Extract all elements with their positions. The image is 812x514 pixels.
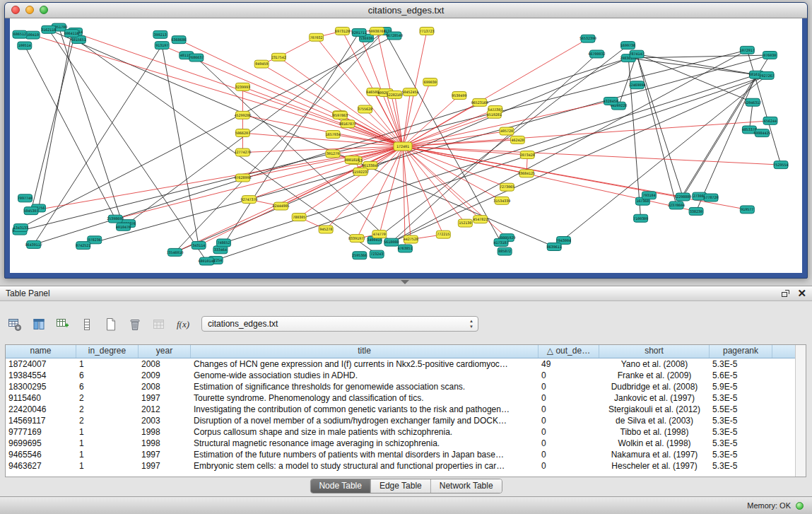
node-label: 2073428: [520, 153, 535, 157]
node-label: 3162118: [41, 28, 56, 32]
table-mode-icon[interactable]: [7, 317, 23, 332]
node-label: 12774276: [234, 150, 251, 154]
network-edge: [278, 57, 403, 146]
table-cell: 5.5E-5: [710, 404, 772, 415]
vertical-scrollbar[interactable]: [795, 345, 806, 477]
close-panel-icon[interactable]: ✕: [797, 286, 806, 300]
table-toolbar: f(x): [7, 315, 191, 334]
table-selector[interactable]: citations_edges.txt ▲▼: [201, 316, 478, 332]
float-panel-icon[interactable]: [781, 289, 790, 298]
table-cell: 9463627: [6, 460, 76, 472]
node-label: 6973128: [335, 29, 350, 33]
node-label: 2317542: [271, 55, 286, 59]
network-edge: [33, 35, 403, 146]
table-cell: 9115460: [6, 392, 76, 404]
node-label: 50938769: [369, 29, 386, 33]
node-table: namein_degreeyeartitle△ out_de…shortpage…: [5, 344, 806, 477]
node-label: 913197: [155, 43, 168, 47]
column-header-year[interactable]: year: [139, 345, 191, 358]
network-edge: [403, 101, 611, 146]
table-cell: de Silva et al. (2003): [599, 415, 710, 426]
show-columns-icon[interactable]: [31, 317, 47, 332]
table-row[interactable]: 946554611997Estimation of the future num…: [6, 449, 796, 460]
node-label: 707032: [310, 35, 323, 40]
node-label: 172401: [396, 144, 409, 148]
network-edge: [384, 31, 501, 243]
column-header-short[interactable]: short: [599, 345, 710, 358]
table-cell: 5.3E-5: [710, 358, 772, 370]
table-cell: Changes of HCN gene expression and I(f) …: [191, 358, 539, 370]
node-label: 6815651: [71, 37, 86, 42]
node-label: 88167877: [339, 122, 356, 126]
node-label: 748652: [217, 240, 230, 245]
network-edge: [31, 32, 76, 211]
node-label: 1072917: [740, 48, 755, 52]
table-cell: 0: [539, 381, 599, 392]
table-cell: 5.9E-5: [710, 381, 772, 392]
network-canvas[interactable]: 6195170068156513162118889191450041960641…: [10, 18, 802, 273]
node-label: 11592237: [352, 170, 369, 174]
table-row[interactable]: 1872400712008Changes of HCN gene express…: [6, 358, 796, 370]
table-row[interactable]: 969969511998Structural magnetic resonanc…: [6, 438, 796, 449]
edit-table-icon[interactable]: [55, 317, 71, 332]
table-cell: Dudbridge et al. (2008): [599, 381, 710, 392]
close-button[interactable]: [11, 6, 20, 14]
table-cell: 9465546: [6, 449, 76, 460]
column-header-pagerank[interactable]: pagerank: [710, 345, 772, 358]
zoom-button[interactable]: [40, 6, 48, 14]
tab-node-table[interactable]: Node Table: [310, 479, 370, 493]
node-label: 3755628: [358, 107, 372, 111]
table-row[interactable]: 911546021997Tourette syndrome. Phenomeno…: [6, 392, 796, 404]
node-label: 152130: [459, 221, 471, 225]
memory-status-label: Memory: OK: [747, 501, 791, 510]
table-cell: 5.3E-5: [710, 438, 772, 449]
tab-edge-table[interactable]: Edge Table: [370, 479, 430, 493]
table-cell: 18724007: [6, 358, 76, 370]
table-row[interactable]: 1456911722003Disruption of a novel membe…: [6, 415, 796, 426]
node-label: 06523160: [471, 100, 488, 105]
column-header-name[interactable]: name: [6, 345, 76, 358]
new-column-icon[interactable]: [103, 317, 119, 332]
table-cell: 5.3E-5: [710, 449, 772, 460]
row-list-icon[interactable]: [79, 317, 95, 332]
node-label: 301279: [326, 151, 339, 156]
function-builder-icon[interactable]: f(x): [175, 317, 191, 332]
table-row[interactable]: 977716911998Corpus callosum shape and si…: [6, 426, 796, 438]
node-label: 793184: [642, 193, 655, 197]
node-label: 100514: [18, 43, 31, 47]
table-cell: Jankovic et al. (1997): [599, 392, 710, 404]
network-edge: [25, 46, 115, 219]
node-label: 50452451: [401, 90, 418, 94]
table-row[interactable]: 2242004622012Investigating the contribut…: [6, 404, 796, 415]
node-label: 338230: [690, 209, 702, 214]
window-title: citations_edges.txt: [5, 3, 807, 18]
node-label: 462428: [511, 138, 524, 142]
node-label: 7874147: [630, 52, 645, 56]
table-cell: 5.3E-5: [710, 415, 772, 426]
table-row[interactable]: 1830029562008Estimation of significance …: [6, 381, 796, 392]
panel-splitter-handle[interactable]: [401, 280, 409, 284]
column-header-in_degree[interactable]: in_degree: [76, 345, 139, 358]
table-cell: 1: [76, 438, 139, 449]
column-header-title[interactable]: title: [191, 345, 539, 358]
window-titlebar[interactable]: citations_edges.txt: [5, 3, 807, 18]
delete-column-icon[interactable]: [127, 317, 143, 332]
table-row[interactable]: 1938455462009Genome-wide association stu…: [6, 370, 796, 381]
node-label: 82444905: [273, 204, 290, 208]
node-label: 656244: [764, 119, 777, 123]
node-label: 4010476: [116, 225, 131, 229]
import-table-icon[interactable]: [151, 317, 167, 332]
table-row[interactable]: 946362711997Embryonic stem cells: a mode…: [6, 460, 796, 472]
node-label: 52282107: [387, 93, 404, 97]
node-label: 5778720: [704, 195, 719, 199]
table-cell: 18300295: [6, 381, 76, 392]
network-graph[interactable]: 6195170068156513162118889191450041960641…: [10, 18, 802, 273]
node-label: 3400415: [367, 238, 382, 242]
node-label: 945278: [319, 227, 332, 231]
column-header-out_de[interactable]: △ out_de…: [539, 345, 599, 358]
node-label: 07628998: [235, 175, 252, 180]
column-header-filler: [772, 345, 796, 358]
tab-network-table[interactable]: Network Table: [430, 479, 502, 493]
table-cell: 19384554: [6, 370, 76, 381]
minimize-button[interactable]: [25, 6, 34, 14]
